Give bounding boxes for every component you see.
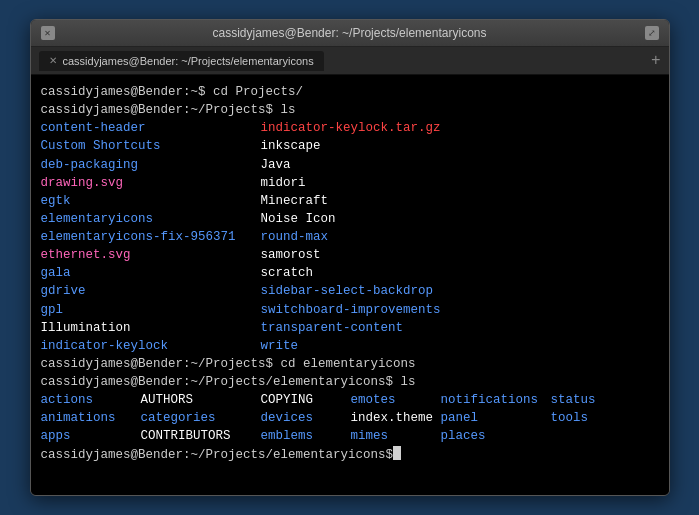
- close-button[interactable]: ✕: [41, 26, 55, 40]
- ls2-output: actions AUTHORS COPYING emotes notificat…: [41, 391, 659, 409]
- final-prompt: cassidyjames@Bender:~/Projects/elementar…: [41, 446, 394, 464]
- tab-label: cassidyjames@Bender: ~/Projects/elementa…: [63, 55, 314, 67]
- ls-output-row: gala scratch: [41, 264, 659, 282]
- maximize-button[interactable]: ⤢: [645, 26, 659, 40]
- cmd-line: cassidyjames@Bender:~/Projects/elementar…: [41, 373, 659, 391]
- cursor: [393, 446, 401, 460]
- ls-output-row: ethernet.svg samorost: [41, 246, 659, 264]
- ls-output-row: Custom Shortcuts inkscape: [41, 137, 659, 155]
- new-tab-button[interactable]: +: [651, 53, 661, 69]
- title-bar: ✕ cassidyjames@Bender: ~/Projects/elemen…: [31, 20, 669, 47]
- terminal-tab[interactable]: ✕ cassidyjames@Bender: ~/Projects/elemen…: [39, 51, 324, 71]
- ls4-output: apps CONTRIBUTORS emblems mimes places: [41, 427, 659, 445]
- ls-output-row: egtk Minecraft: [41, 192, 659, 210]
- ls-output-row: content-header indicator-keylock.tar.gz: [41, 119, 659, 137]
- ls-output-row: gdrive sidebar-select-backdrop: [41, 282, 659, 300]
- ls-output-row: drawing.svg midori: [41, 174, 659, 192]
- cmd-line: cassidyjames@Bender:~/Projects$ ls: [41, 101, 659, 119]
- ls-output-row: elementaryicons Noise Icon: [41, 210, 659, 228]
- ls-output-row: indicator-keylock write: [41, 337, 659, 355]
- terminal-window: ✕ cassidyjames@Bender: ~/Projects/elemen…: [30, 19, 670, 496]
- cmd-line: cassidyjames@Bender:~/Projects$ cd eleme…: [41, 355, 659, 373]
- ls-output-row: elementaryicons-fix-956371 round-max: [41, 228, 659, 246]
- ls-output-row: deb-packaging Java: [41, 156, 659, 174]
- ls-output-row: Illumination transparent-content: [41, 319, 659, 337]
- ls3-output: animations categories devices index.them…: [41, 409, 659, 427]
- cmd-line: cassidyjames@Bender:~$ cd Projects/: [41, 83, 659, 101]
- ls-output-row: gpl switchboard-improvements: [41, 301, 659, 319]
- window-title: cassidyjames@Bender: ~/Projects/elementa…: [55, 26, 645, 40]
- terminal-content[interactable]: cassidyjames@Bender:~$ cd Projects/ cass…: [31, 75, 669, 495]
- tab-close-icon[interactable]: ✕: [49, 55, 57, 66]
- final-prompt-line: cassidyjames@Bender:~/Projects/elementar…: [41, 446, 659, 464]
- tab-bar: ✕ cassidyjames@Bender: ~/Projects/elemen…: [31, 47, 669, 75]
